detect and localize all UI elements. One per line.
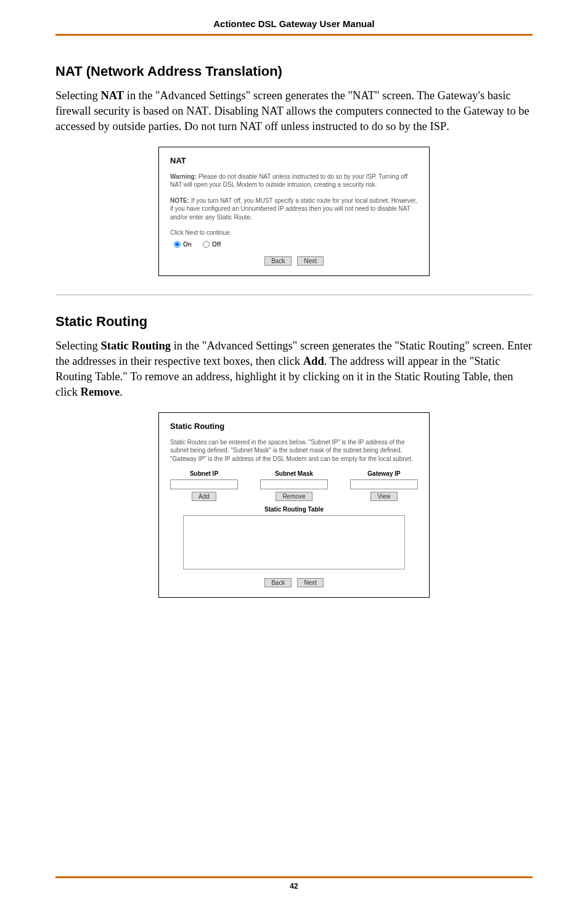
subnet-mask-label: Subnet Mask xyxy=(275,470,313,477)
subnet-ip-label: Subnet IP xyxy=(190,470,218,477)
header-rule xyxy=(55,34,533,36)
text: off unless instructed to do so by the xyxy=(262,120,430,132)
note-text: If you turn NAT off, you MUST specify a … xyxy=(170,197,417,221)
view-button[interactable]: View xyxy=(370,492,398,501)
text-sc: ISP xyxy=(430,120,447,132)
nat-dialog: NAT Warning: Please do not disable NAT u… xyxy=(158,147,430,276)
warning-text: Please do not disable NAT unless instruc… xyxy=(170,173,407,189)
text-bold: Remove xyxy=(81,386,120,398)
nat-continue-text: Click Next to continue. xyxy=(170,229,418,237)
warning-label: Warning: xyxy=(170,173,197,180)
footer: 42 xyxy=(55,876,533,891)
off-label: Off xyxy=(212,241,221,248)
back-button[interactable]: Back xyxy=(264,256,292,266)
text-bold: NAT xyxy=(100,89,124,102)
gateway-ip-input[interactable] xyxy=(350,479,418,489)
back-button[interactable]: Back xyxy=(264,578,292,587)
nat-heading: NAT (Network Address Translation) xyxy=(55,63,533,79)
text: Selecting xyxy=(55,340,100,352)
on-label: On xyxy=(183,241,192,248)
text-bold: Add xyxy=(303,355,324,367)
sr-dialog-title: Static Routing xyxy=(170,422,418,431)
next-button[interactable]: Next xyxy=(297,256,324,266)
section-divider xyxy=(55,295,533,295)
radio-on[interactable] xyxy=(174,241,181,248)
static-routing-paragraph: Selecting Static Routing in the "Advance… xyxy=(55,338,533,400)
nat-radio-row: On Off xyxy=(174,241,418,248)
text: . xyxy=(120,386,123,398)
subnet-ip-input[interactable] xyxy=(170,479,238,489)
text: . xyxy=(446,120,449,132)
subnet-mask-input[interactable] xyxy=(260,479,328,489)
text-sc: NAT xyxy=(186,105,208,117)
remove-button[interactable]: Remove xyxy=(276,492,312,501)
sr-table-heading: Static Routing Table xyxy=(170,506,418,513)
nat-off-radio[interactable]: Off xyxy=(203,241,221,248)
static-routing-table[interactable] xyxy=(183,515,405,569)
nat-dialog-title: NAT xyxy=(170,156,418,165)
sr-button-row: Back Next xyxy=(170,578,418,587)
add-button[interactable]: Add xyxy=(192,492,216,501)
text-bold: Static Routing xyxy=(100,340,171,352)
text-sc: NAT xyxy=(240,120,262,132)
sr-col-subnet-mask: Subnet Mask Remove xyxy=(260,470,328,501)
radio-off[interactable] xyxy=(203,241,210,248)
static-routing-heading: Static Routing xyxy=(55,314,533,330)
sr-col-gateway-ip: Gateway IP View xyxy=(350,470,418,501)
gateway-ip-label: Gateway IP xyxy=(367,470,400,477)
static-routing-dialog: Static Routing Static Routes can be ente… xyxy=(158,412,430,598)
nat-button-row: Back Next xyxy=(170,256,418,266)
next-button[interactable]: Next xyxy=(297,578,324,587)
nat-warning: Warning: Please do not disable NAT unles… xyxy=(170,173,418,189)
sr-columns: Subnet IP Add Subnet Mask Remove Gateway… xyxy=(170,470,418,501)
sr-col-subnet-ip: Subnet IP Add xyxy=(170,470,238,501)
nat-note: NOTE: If you turn NAT off, you MUST spec… xyxy=(170,197,418,222)
sr-intro: Static Routes can be entered in the spac… xyxy=(170,438,418,463)
footer-rule xyxy=(55,876,533,878)
note-label: NOTE: xyxy=(170,197,189,204)
nat-paragraph: Selecting NAT in the "Advanced Settings"… xyxy=(55,88,533,134)
page-number: 42 xyxy=(55,882,533,891)
text: in the "Advanced Settings" screen genera… xyxy=(124,89,353,102)
text-sc: NAT xyxy=(353,89,375,102)
nat-on-radio[interactable]: On xyxy=(174,241,192,248)
manual-header: Actiontec DSL Gateway User Manual xyxy=(55,18,533,34)
text: Selecting xyxy=(55,89,100,102)
